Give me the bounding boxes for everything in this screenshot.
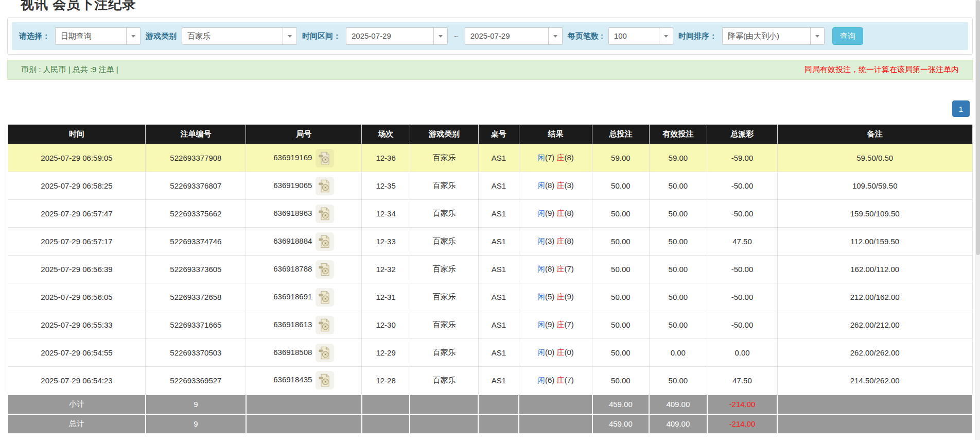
- total-empty-cell: [246, 414, 362, 434]
- total-note: [777, 414, 972, 434]
- header-session: 场次: [362, 125, 410, 144]
- page-title: 视讯 会员下注纪录: [21, 0, 973, 13]
- video-record-icon[interactable]: [316, 177, 334, 195]
- cell-round-id: 636919065: [246, 172, 362, 200]
- total-payout: -214.00: [707, 395, 778, 414]
- query-type-value: 日期查询: [56, 28, 126, 44]
- video-record-icon[interactable]: [316, 260, 334, 279]
- round-id-text: 636919065: [273, 180, 312, 189]
- scrollbar-thumb[interactable]: [976, 0, 980, 255]
- cell-total-bet-link[interactable]: 59.00: [592, 144, 650, 172]
- query-type-select[interactable]: 日期查询: [55, 27, 141, 45]
- video-record-icon[interactable]: [316, 205, 334, 223]
- cell-bet-id: 522693377908: [146, 144, 246, 172]
- range-separator: ~: [453, 32, 460, 41]
- cell-total-bet-link[interactable]: 50.00: [592, 283, 650, 311]
- video-record-icon[interactable]: [316, 288, 334, 307]
- cell-round-id: 636918435: [246, 367, 362, 395]
- video-record-icon[interactable]: [316, 316, 334, 334]
- cell-time: 2025-07-29 06:55:33: [8, 311, 146, 339]
- cell-note: 159.50/109.50: [777, 200, 972, 228]
- cell-total-bet-link[interactable]: 50.00: [592, 200, 650, 228]
- cell-total-bet-link[interactable]: 50.00: [592, 172, 650, 200]
- cell-session: 12-34: [362, 200, 410, 228]
- cell-table-no: AS1: [478, 339, 519, 367]
- round-id-text: 636918508: [273, 347, 312, 356]
- search-button[interactable]: 查询: [832, 27, 863, 45]
- page-size-select[interactable]: 100: [608, 27, 673, 45]
- date-to-select[interactable]: 2025-07-29: [465, 27, 563, 45]
- cell-result: 闲(7) 庄(8): [519, 144, 592, 172]
- result-banker-label: 庄: [556, 348, 564, 357]
- cell-game-type: 百家乐: [410, 172, 478, 200]
- chevron-down-icon: [659, 28, 673, 44]
- cell-total-bet-link[interactable]: 50.00: [592, 311, 650, 339]
- cell-result: 闲(3) 庄(8): [519, 228, 592, 256]
- cell-valid-bet: 50.00: [649, 172, 707, 200]
- cell-payout: 0.00: [707, 339, 778, 367]
- time-sort-label: 时间排序：: [678, 31, 717, 41]
- cell-bet-id: 522693375662: [146, 200, 246, 228]
- video-record-icon[interactable]: [316, 149, 334, 167]
- video-record-icon[interactable]: [316, 232, 334, 251]
- round-id-text: 636918884: [273, 236, 312, 245]
- result-player-label: 闲: [537, 348, 545, 357]
- result-player-label: 闲: [537, 153, 545, 162]
- pagination: 1: [7, 100, 970, 117]
- game-type-select[interactable]: 百家乐: [182, 27, 297, 45]
- cell-game-type: 百家乐: [410, 228, 478, 256]
- result-banker-points: (7): [564, 264, 573, 273]
- total-note: [777, 395, 972, 414]
- round-id-text: 636919169: [273, 153, 312, 161]
- round-id-text: 636918788: [273, 264, 312, 273]
- cell-game-type: 百家乐: [410, 256, 478, 283]
- time-sort-select[interactable]: 降幂(由大到小): [722, 27, 825, 45]
- cell-total-bet-link[interactable]: 50.00: [592, 256, 650, 283]
- cell-bet-id: 522693373605: [146, 256, 246, 283]
- cell-valid-bet: 50.00: [649, 367, 707, 395]
- cell-round-id: 636918963: [246, 200, 362, 228]
- total-empty-cell: [246, 395, 362, 414]
- page-button-1[interactable]: 1: [952, 100, 970, 117]
- result-player-label: 闲: [537, 264, 545, 273]
- cell-table-no: AS1: [478, 228, 519, 256]
- cell-total-bet-link[interactable]: 50.00: [592, 228, 650, 256]
- total-valid-bet: 409.00: [649, 395, 707, 414]
- cell-valid-bet: 50.00: [649, 228, 707, 256]
- result-banker-label: 庄: [556, 209, 564, 217]
- table-row: 2025-07-29 06:57:17 522693374746 6369188…: [8, 228, 972, 256]
- vertical-scrollbar[interactable]: [975, 0, 980, 440]
- result-player-points: (9): [545, 320, 554, 329]
- total-label: 小计: [8, 395, 146, 414]
- cell-bet-id: 522693374746: [146, 228, 246, 256]
- table-row: 2025-07-29 06:54:23 522693369527 6369184…: [8, 367, 972, 395]
- total-empty-cell: [478, 395, 519, 414]
- result-banker-points: (0): [564, 348, 573, 357]
- cell-valid-bet: 50.00: [649, 200, 707, 228]
- header-table-no: 桌号: [478, 125, 519, 144]
- query-type-label: 请选择：: [19, 31, 50, 41]
- cell-session: 12-29: [362, 339, 410, 367]
- video-record-icon[interactable]: [316, 371, 334, 390]
- video-record-icon[interactable]: [316, 344, 334, 362]
- chevron-down-icon: [126, 28, 140, 44]
- cell-payout: -59.00: [707, 144, 778, 172]
- cell-bet-id: 522693372658: [146, 283, 246, 311]
- result-banker-points: (8): [564, 236, 573, 245]
- date-from-select[interactable]: 2025-07-29: [346, 27, 448, 45]
- result-player-label: 闲: [537, 320, 545, 329]
- cell-time: 2025-07-29 06:58:25: [8, 172, 146, 200]
- round-id-text: 636918435: [273, 375, 312, 384]
- page-size-value: 100: [609, 28, 659, 44]
- cell-payout: -50.00: [707, 200, 778, 228]
- result-player-points: (6): [545, 376, 554, 384]
- round-id-text: 636918691: [273, 292, 312, 300]
- cell-result: 闲(9) 庄(7): [519, 311, 592, 339]
- cell-bet-id: 522693371665: [146, 311, 246, 339]
- result-banker-label: 庄: [556, 376, 564, 384]
- cell-total-bet-link[interactable]: 50.00: [592, 339, 650, 367]
- header-valid-bet: 有效投注: [649, 125, 707, 144]
- result-banker-points: (8): [564, 209, 573, 217]
- cell-round-id: 636918788: [246, 256, 362, 283]
- cell-total-bet-link[interactable]: 50.00: [592, 367, 650, 395]
